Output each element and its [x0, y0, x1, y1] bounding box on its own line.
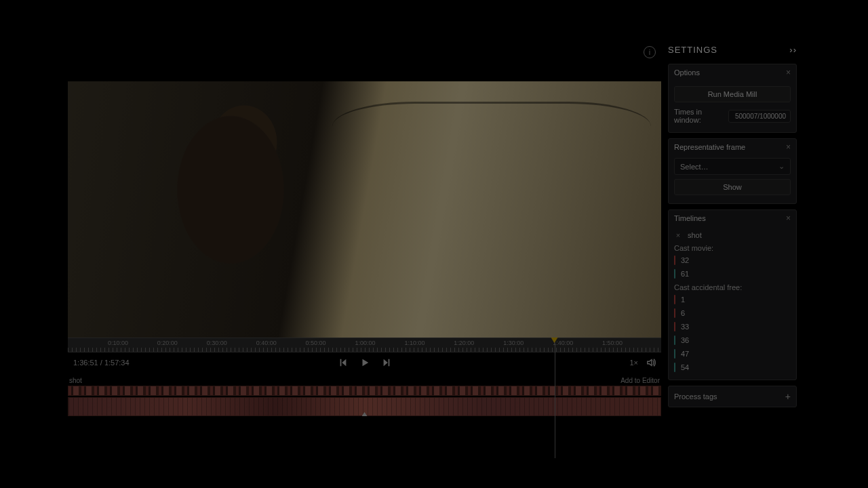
add-to-editor-link[interactable]: Add to Editor — [620, 377, 660, 384]
timeline-active[interactable]: shot — [688, 231, 702, 239]
player-panel: i 0:10:000:20:000:30:000:40:000:50:001:0… — [68, 41, 661, 420]
timeline-ruler[interactable]: 0:10:000:20:000:30:000:40:000:50:001:00:… — [68, 338, 661, 352]
play-button[interactable] — [360, 358, 370, 367]
playhead-line — [555, 343, 555, 458]
settings-sidebar: SETTINGS ›› Options × Run Media Mill Tim… — [668, 41, 797, 447]
close-icon[interactable]: × — [786, 214, 791, 223]
color-indicator — [674, 256, 675, 265]
color-indicator — [674, 363, 675, 372]
timeline-row-value: 6 — [681, 309, 685, 317]
show-button[interactable]: Show — [674, 179, 791, 195]
plus-icon[interactable]: + — [785, 391, 791, 402]
rep-frame-panel: Representative frame × Select… ⌄ Show — [668, 138, 797, 204]
color-indicator — [674, 336, 675, 345]
color-indicator — [674, 349, 675, 359]
chevron-down-icon: ⌄ — [778, 162, 785, 171]
timelines-panel: Timelines × × shot Cast movie: 3261 Cast… — [668, 209, 797, 380]
color-indicator — [674, 295, 675, 304]
timeline-row[interactable]: 54 — [674, 361, 791, 374]
timeline-row-value: 47 — [681, 350, 689, 358]
timeline-row[interactable]: 32 — [674, 253, 791, 267]
color-indicator — [674, 269, 675, 279]
ruler-tick-label: 1:00:00 — [355, 340, 376, 346]
timeline-row-value: 54 — [681, 363, 689, 371]
timeline-row[interactable]: 61 — [674, 267, 791, 281]
playback-speed[interactable]: 1× — [629, 359, 638, 367]
options-title: Options — [674, 68, 700, 77]
timeline-row[interactable]: 47 — [674, 347, 791, 361]
process-tags-title: Process tags — [674, 392, 717, 401]
step-forward-button[interactable] — [382, 358, 391, 367]
timeline-group-label: Cast accidental free: — [674, 281, 791, 293]
timeline-row-value: 61 — [681, 270, 689, 278]
timeline-row-value: 33 — [681, 323, 689, 331]
timeline-row[interactable]: 6 — [674, 306, 791, 320]
options-panel: Options × Run Media Mill Times in window… — [668, 64, 797, 133]
times-label: Times in window: — [674, 108, 728, 124]
close-icon[interactable]: × — [786, 142, 791, 152]
ruler-tick-label: 0:30:00 — [207, 340, 227, 346]
times-input[interactable]: 500007/1000000 — [728, 110, 791, 123]
color-indicator — [674, 322, 675, 331]
color-indicator — [674, 308, 675, 318]
timelines-title: Timelines — [674, 214, 706, 222]
timeline-row[interactable]: 36 — [674, 333, 791, 347]
ruler-tick-label: 1:10:00 — [404, 340, 425, 346]
rep-frame-title: Representative frame — [674, 143, 745, 151]
ruler-tick-label: 1:30:00 — [503, 340, 524, 346]
rep-frame-select[interactable]: Select… ⌄ — [674, 158, 791, 175]
time-display: 1:36:51 / 1:57:34 — [73, 359, 130, 367]
info-icon[interactable]: i — [644, 46, 656, 58]
ruler-tick-label: 1:50:00 — [602, 340, 623, 346]
ruler-tick-label: 0:50:00 — [306, 340, 326, 346]
timeline-row-value: 36 — [681, 336, 689, 344]
ruler-tick-label: 0:10:00 — [108, 340, 128, 346]
settings-title: SETTINGS — [668, 45, 717, 55]
process-tags-panel: Process tags + — [668, 386, 797, 407]
close-icon[interactable]: × — [786, 68, 791, 77]
timeline-row[interactable]: 33 — [674, 320, 791, 333]
track-panel: shot Add to Editor — [68, 375, 661, 418]
run-media-mill-button[interactable]: Run Media Mill — [674, 86, 791, 102]
timeline-group-label: Cast movie: — [674, 241, 791, 253]
timeline-row[interactable]: 1 — [674, 293, 791, 306]
ruler-tick-label: 1:20:00 — [454, 340, 474, 346]
timeline-row-value: 1 — [681, 296, 685, 304]
filmstrip[interactable] — [68, 397, 661, 416]
collapse-icon[interactable]: ›› — [789, 45, 797, 55]
ruler-tick-label: 0:40:00 — [256, 340, 277, 346]
step-back-button[interactable] — [338, 358, 348, 367]
timeline-row-value: 32 — [681, 256, 689, 264]
volume-icon[interactable] — [646, 358, 656, 367]
ruler-tick-label: 0:20:00 — [157, 340, 178, 346]
video-viewport[interactable] — [68, 81, 661, 338]
track-name: shot — [69, 377, 82, 384]
shot-stripe[interactable] — [68, 386, 661, 396]
close-icon[interactable]: × — [674, 231, 682, 239]
